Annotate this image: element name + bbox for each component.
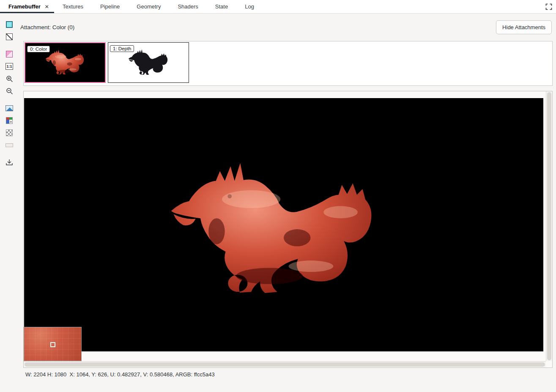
pixel-magnifier (24, 327, 82, 361)
close-tab-icon[interactable]: ✕ (45, 4, 49, 10)
hide-attachments-button[interactable]: Hide Attachments (496, 20, 552, 34)
framebuffer-canvas[interactable] (24, 98, 543, 351)
attachment-label: 0: Color (27, 46, 50, 52)
picked-pixel-marker (50, 342, 55, 347)
tab-framebuffer[interactable]: Framebuffer ✕ (0, 0, 54, 13)
zoom-out-icon[interactable] (5, 87, 13, 95)
alpha-blend-icon[interactable] (5, 33, 13, 41)
tabbar-spacer (263, 0, 542, 13)
flip-swatch (6, 51, 13, 58)
tab-label: Log (245, 3, 254, 10)
tab-label: Geometry (137, 3, 161, 10)
fit-horizontal-icon[interactable] (5, 141, 13, 149)
tab-label: Textures (63, 3, 83, 10)
viewer-toolbar: 1:1 a (0, 14, 19, 392)
channels-grid: a (6, 117, 13, 124)
zoom-in-icon[interactable] (5, 75, 13, 82)
tab-geometry[interactable]: Geometry (128, 0, 169, 13)
checker-swatch (6, 129, 13, 136)
save-image-icon[interactable] (5, 159, 13, 166)
image-preview-icon[interactable] (5, 104, 13, 112)
attachment-label: 1: Depth (110, 45, 134, 52)
framebuffer-viewer (23, 91, 553, 368)
fullscreen-icon[interactable] (542, 0, 556, 13)
one-to-one-label: 1:1 (5, 63, 13, 70)
flip-image-icon[interactable] (5, 50, 13, 58)
blue-channel-swatch (6, 120, 9, 123)
display-color-swatch (6, 21, 13, 28)
alpha-swatch (6, 33, 13, 40)
tab-label: Pipeline (100, 3, 120, 10)
attachment-header: Attachment: Color (0) Hide Attachments (19, 19, 556, 36)
attachment-title: Attachment: Color (0) (20, 24, 74, 30)
image-thumb (5, 105, 13, 111)
framebuffer-panel: Attachment: Color (0) Hide Attachments 0… (19, 14, 556, 392)
horizontal-scrollbar[interactable] (24, 361, 546, 367)
tab-bar: Framebuffer ✕ Textures Pipeline Geometry… (0, 0, 556, 14)
attachment-strip: 0: Color 1: Depth (23, 41, 553, 86)
fit-swatch (5, 143, 13, 147)
tab-log[interactable]: Log (236, 0, 263, 13)
tab-pipeline[interactable]: Pipeline (92, 0, 128, 13)
tab-shaders[interactable]: Shaders (169, 0, 206, 13)
tab-label: Framebuffer (8, 3, 41, 10)
zoom-one-to-one-icon[interactable]: 1:1 (5, 63, 13, 70)
vertical-scrollbar-thumb[interactable] (547, 92, 551, 360)
display-color-icon[interactable] (5, 21, 13, 28)
tab-textures[interactable]: Textures (54, 0, 92, 13)
tab-label: State (215, 3, 228, 10)
rendered-dragon-image (168, 157, 379, 304)
alpha-channel-swatch: a (9, 120, 12, 123)
tab-label: Shaders (178, 3, 198, 10)
tab-state[interactable]: State (207, 0, 236, 13)
vertical-scrollbar[interactable] (546, 91, 552, 361)
pixel-status-bar: W: 2204 H: 1080 X: 1064, Y: 626, U: 0.48… (23, 371, 553, 380)
horizontal-scrollbar-thumb[interactable] (25, 362, 545, 367)
channels-icon[interactable]: a (5, 117, 13, 124)
checkerboard-background-icon[interactable] (5, 129, 13, 137)
attachment-thumbnail-color[interactable]: 0: Color (25, 42, 106, 83)
attachment-thumbnail-depth[interactable]: 1: Depth (108, 42, 189, 83)
